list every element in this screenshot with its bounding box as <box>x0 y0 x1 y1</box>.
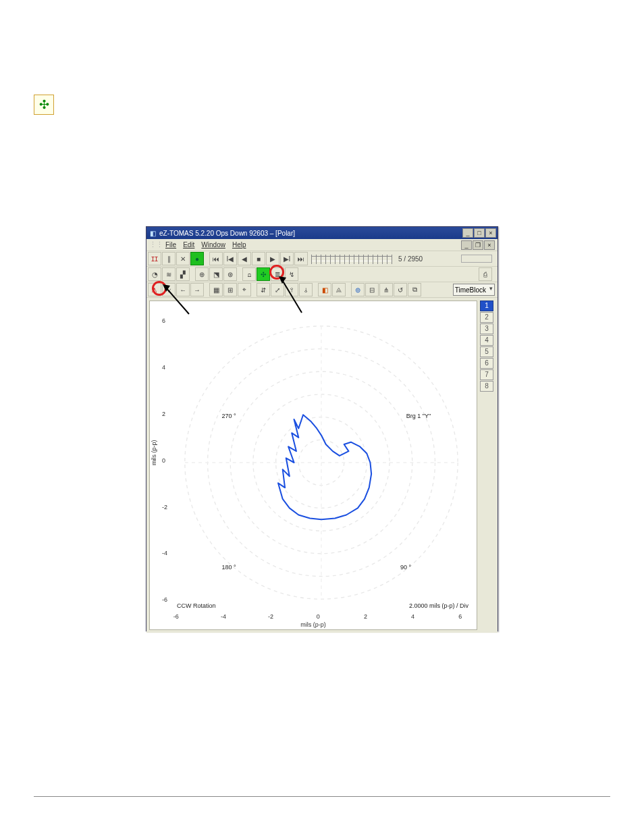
maximize-button[interactable]: □ <box>474 228 485 238</box>
first-button[interactable]: ⏮ <box>209 252 223 265</box>
channel-rail-2[interactable]: 2 <box>480 312 493 323</box>
polar-display-button[interactable]: ✣ <box>257 267 270 281</box>
titlebar: ◧ eZ-TOMAS 5.2.20 Ops Down 92603 – [Pola… <box>146 227 498 239</box>
channel-label: Brg 1 "Y" <box>406 413 431 419</box>
x-tick: 6 <box>458 613 462 620</box>
snapshot-button[interactable]: ⎙ <box>479 267 492 281</box>
grip-icon: ⋮⋮ <box>149 240 163 249</box>
channel-rail-8[interactable]: 8 <box>480 381 493 392</box>
display-type-toolbar: ◔ ≋ ▞ ⊕ ⬔ ⊛ ⩍ ✣ ≣ ↯ ⎙ <box>146 267 498 282</box>
cascade-display-button[interactable]: ≣ <box>271 267 284 281</box>
filter2-button[interactable]: ⫰ <box>299 283 313 296</box>
y-tick: 2 <box>162 411 165 417</box>
time-display-button[interactable]: ≋ <box>162 267 176 281</box>
step-back-button[interactable]: I◀ <box>223 252 237 265</box>
grid-button[interactable]: ▦ <box>209 283 223 296</box>
gauge-display-button[interactable]: ◔ <box>148 267 161 281</box>
zoom-indicator <box>461 255 492 263</box>
record-button[interactable]: ● <box>190 252 204 265</box>
orbit-display-button[interactable]: ⊕ <box>195 267 209 281</box>
close-button[interactable]: × <box>485 228 496 238</box>
mdi-minimize-button[interactable]: _ <box>461 240 472 250</box>
mdi-restore-button[interactable]: ❐ <box>473 240 483 250</box>
cursor-button[interactable]: ⌖ <box>238 283 251 296</box>
color-button[interactable]: ◧ <box>318 283 331 296</box>
shaft-display-button[interactable]: ↯ <box>285 267 298 281</box>
tach-button[interactable]: ⊚ <box>351 283 365 296</box>
channel-rail-6[interactable]: 6 <box>480 358 493 369</box>
filter1-button[interactable]: ⫯ <box>285 283 298 296</box>
center-line-display-button[interactable]: ⊛ <box>223 267 237 281</box>
y-tick: 6 <box>162 317 165 324</box>
playback-toolbar: ⵊⵊ ∥ ✕ ● ⏮ I◀ ◀ ■ ▶ ▶I ⏭ 5 / 2950 <box>146 251 498 267</box>
y-tick: 4 <box>162 364 165 371</box>
link-button[interactable]: ⧉ <box>408 283 421 296</box>
cancel-button[interactable]: ✕ <box>176 252 190 265</box>
play-back-button[interactable]: ◀ <box>238 252 251 265</box>
page-footer-rule <box>34 796 610 797</box>
options-toolbar: ⩚ ⩒ ← → ▦ ⊞ ⌖ ⇵ ⤢ ⫯ ⫰ ◧ ⩓ ⊚ ⊟ ⋔ ↺ ⧉ Time… <box>146 282 498 298</box>
last-button[interactable]: ⏭ <box>294 252 308 265</box>
peak-button[interactable]: ⩚ <box>148 283 161 296</box>
pause-button[interactable]: ∥ <box>162 252 176 265</box>
align-button[interactable]: ⊟ <box>365 283 379 296</box>
window-title: eZ-TOMAS 5.2.20 Ops Down 92603 – [Polar] <box>157 230 462 237</box>
data-source-value: TimeBlock <box>455 286 486 294</box>
levels-button[interactable]: ⵊⵊ <box>148 252 161 265</box>
peak-pick-button[interactable]: ⩓ <box>332 283 346 296</box>
x-tick: -2 <box>268 613 273 620</box>
x-tick: 4 <box>411 613 414 620</box>
reset-button[interactable]: ↺ <box>394 283 407 296</box>
angle-label-90: 90 ° <box>400 564 411 571</box>
app-icon: ◧ <box>148 230 157 237</box>
menu-edit[interactable]: Edit <box>183 241 194 249</box>
bode-display-button[interactable]: ⩍ <box>242 267 256 281</box>
y-tick: -6 <box>162 596 167 603</box>
scale-button[interactable]: ⇵ <box>257 283 270 296</box>
y-tick: -4 <box>162 550 167 556</box>
rotation-note: CCW Rotation <box>177 602 216 609</box>
angle-label-270: 270 ° <box>221 413 236 419</box>
trend-display-button[interactable]: ⬔ <box>209 267 223 281</box>
y-tick: -2 <box>162 504 167 511</box>
autoscale-button[interactable]: ⤢ <box>271 283 284 296</box>
channel-rail-4[interactable]: 4 <box>480 335 493 346</box>
polar-plot-icon: ✣ <box>34 95 54 115</box>
x-axis-label: mils (p-p) <box>300 621 326 628</box>
x-tick: 2 <box>364 613 367 620</box>
client-area: 12345678 mils (p-p) mils (p-p) 6420-2-4-… <box>146 298 498 633</box>
play-forward-button[interactable]: ▶ <box>266 252 279 265</box>
spectrum-display-button[interactable]: ▞ <box>176 267 190 281</box>
x-tick: 0 <box>317 613 320 620</box>
spread-button[interactable]: ⋔ <box>379 283 393 296</box>
angle-label-180: 180 ° <box>221 564 236 571</box>
channel-rail-5[interactable]: 5 <box>480 346 493 357</box>
y-tick: 0 <box>162 457 165 464</box>
x-tick: -4 <box>221 613 226 620</box>
app-window: ◧ eZ-TOMAS 5.2.20 Ops Down 92603 – [Pola… <box>146 226 498 631</box>
x-tick: -6 <box>173 613 179 620</box>
mdi-close-button[interactable]: × <box>484 240 495 250</box>
next-chan-button[interactable]: → <box>190 283 204 296</box>
marker-button[interactable]: ⊞ <box>223 283 237 296</box>
overlay-button[interactable]: ⩒ <box>162 283 176 296</box>
menubar: ⋮⋮ File Edit Window Help _ ❐ × <box>146 239 498 251</box>
stop-button[interactable]: ■ <box>252 252 265 265</box>
playback-slider[interactable] <box>311 256 392 261</box>
prev-chan-button[interactable]: ← <box>176 283 190 296</box>
menu-file[interactable]: File <box>165 241 176 249</box>
channel-rail: 12345678 <box>480 301 495 392</box>
step-forward-button[interactable]: ▶I <box>280 252 294 265</box>
channel-rail-1[interactable]: 1 <box>480 301 493 311</box>
minimize-button[interactable]: _ <box>462 228 473 238</box>
channel-rail-3[interactable]: 3 <box>480 323 493 334</box>
channel-rail-7[interactable]: 7 <box>480 369 493 380</box>
menu-help[interactable]: Help <box>232 241 246 249</box>
polar-canvas <box>171 315 471 610</box>
scale-note: 2.0000 mils (p-p) / Div <box>409 602 468 609</box>
menu-window[interactable]: Window <box>201 241 225 249</box>
y-axis-label: mils (p-p) <box>151 440 157 466</box>
data-source-combo[interactable]: TimeBlock <box>453 284 495 296</box>
plot-area[interactable]: mils (p-p) mils (p-p) 6420-2-4-6 -6-4-20… <box>149 301 477 630</box>
playback-readout: 5 / 2950 <box>398 255 423 263</box>
